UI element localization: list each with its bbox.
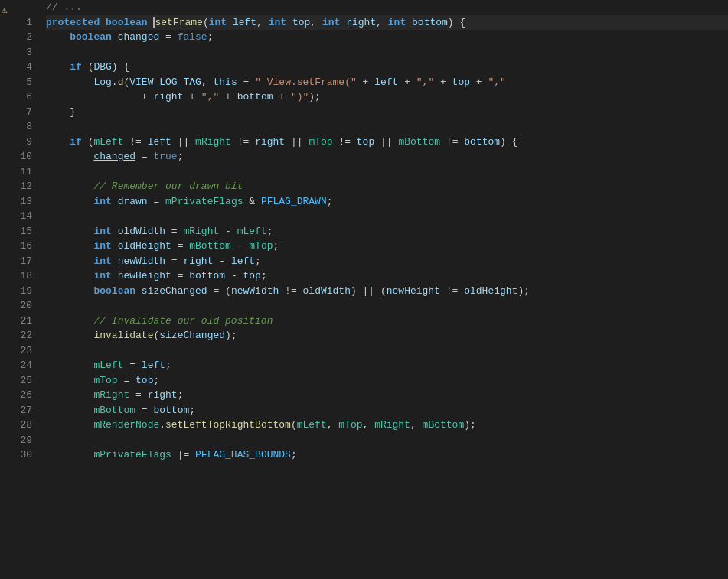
code-content[interactable]: // ... protected boolean setFrame(int le… <box>38 0 728 579</box>
line-num-11: 11 <box>0 164 32 180</box>
code-line-1: protected boolean setFrame(int left, int… <box>46 15 728 31</box>
line-num-30: 30 <box>0 447 32 463</box>
code-line-7: } <box>46 105 728 120</box>
line-num-2: 2 <box>0 30 32 45</box>
code-line-8 <box>46 119 728 135</box>
code-line-14 <box>46 209 728 224</box>
code-line-18: int newHeight = bottom - top; <box>46 268 728 284</box>
code-line-27: mBottom = bottom; <box>46 403 728 418</box>
code-line-28: mRenderNode.setLeftTopRightBottom(mLeft,… <box>46 418 728 433</box>
line-num-12: 12 <box>0 179 32 194</box>
line-num-21: 21 <box>0 314 32 329</box>
line-num-8: 8 <box>0 119 32 135</box>
line-num-20: 20 <box>0 298 32 314</box>
code-editor: ⚠ 1 2 3 4 5 6 7 8 9 10 11 12 13 14 15 16… <box>0 0 728 579</box>
code-line-16: int oldHeight = mBottom - mTop; <box>46 239 728 254</box>
code-line-3 <box>46 45 728 60</box>
code-line-26: mRight = right; <box>46 388 728 403</box>
line-num-5: 5 <box>0 75 32 90</box>
code-line-10: changed = true; <box>46 149 728 164</box>
line-num-27: 27 <box>0 403 32 418</box>
line-num-28: 28 <box>0 418 32 433</box>
code-line-2: boolean changed = false; <box>46 30 728 45</box>
line-num-15: 15 <box>0 224 32 239</box>
line-num-4: 4 <box>0 60 32 75</box>
code-line-21: // Invalidate our old position <box>46 314 728 329</box>
line-num-9: 9 <box>0 135 32 150</box>
code-line-30: mPrivateFlags |= PFLAG_HAS_BOUNDS; <box>46 447 728 463</box>
line-num-13: 13 <box>0 194 32 210</box>
code-line-17: int newWidth = right - left; <box>46 254 728 269</box>
line-num-16: 16 <box>0 239 32 254</box>
code-line-11 <box>46 164 728 180</box>
code-line-12: // Remember our drawn bit <box>46 179 728 194</box>
line-num-3: 3 <box>0 45 32 60</box>
code-line-29 <box>46 433 728 448</box>
line-num-14: 14 <box>0 209 32 224</box>
line-num-17: 17 <box>0 254 32 269</box>
line-num-19: 19 <box>0 284 32 299</box>
line-num-7: 7 <box>0 105 32 120</box>
line-num-10: 10 <box>0 149 32 164</box>
code-line-5: Log.d(VIEW_LOG_TAG, this + " View.setFra… <box>46 75 728 90</box>
code-line-25: mTop = top; <box>46 373 728 389</box>
code-line-15: int oldWidth = mRight - mLeft; <box>46 224 728 239</box>
line-num-18: 18 <box>0 268 32 284</box>
code-line-6: + right + "," + bottom + ")"); <box>46 89 728 105</box>
code-line-24: mLeft = left; <box>46 358 728 373</box>
line-num-25: 25 <box>0 373 32 389</box>
line-num-6: 6 <box>0 89 32 105</box>
code-line-13: int drawn = mPrivateFlags & PFLAG_DRAWN; <box>46 194 728 210</box>
line-num-26: 26 <box>0 388 32 403</box>
line-numbers: 1 2 3 4 5 6 7 8 9 10 11 12 13 14 15 16 1… <box>0 0 38 579</box>
code-line-4: if (DBG) { <box>46 60 728 75</box>
line-num-29: 29 <box>0 433 32 448</box>
code-line-19: boolean sizeChanged = (newWidth != oldWi… <box>46 284 728 299</box>
line-num-22: 22 <box>0 328 32 343</box>
line-num-24: 24 <box>0 358 32 373</box>
code-line-9: if (mLeft != left || mRight != right || … <box>46 135 728 150</box>
warning-icon: ⚠ <box>2 3 8 18</box>
code-line-22: invalidate(sizeChanged); <box>46 328 728 343</box>
code-line-20 <box>46 298 728 314</box>
code-line-23 <box>46 343 728 359</box>
code-line-blank-top: // ... <box>46 0 728 15</box>
line-num-23: 23 <box>0 343 32 359</box>
